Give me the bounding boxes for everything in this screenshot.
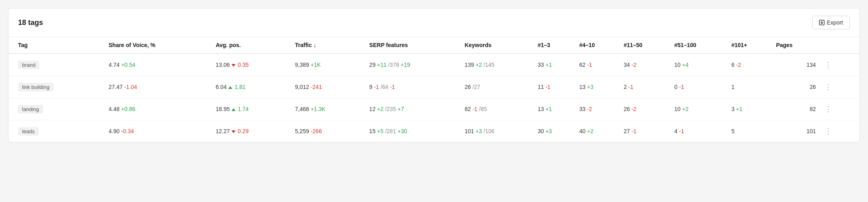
table-row: link building 27.47 -1.04 6.04 1.81 9,01… [8,76,860,98]
serp-slash: /235 [385,106,396,112]
sov-delta: -1.04 [124,84,137,90]
arrow-down-icon [231,130,235,133]
pos11-50-cell: 34 -2 [620,54,671,76]
col-pos101: #101+ [728,37,773,54]
sov-delta: +0.54 [121,62,135,68]
avg-pos-delta: 0.29 [238,128,249,134]
traffic-delta: -241 [311,84,322,90]
pos1-3-delta: -1 [545,84,550,90]
col-serp: SERP features [366,37,461,54]
pos11-50-delta: -1 [628,84,633,90]
pos51-100-delta: +2 [682,106,689,112]
tag-label: landing [18,105,43,113]
more-button[interactable]: ⋮ [822,60,834,70]
pos4-10-cell: 40 +2 [576,120,620,142]
col-avg-pos: Avg. pos. [213,37,292,54]
col-pos51-100: #51–100 [671,37,728,54]
pos51-100-cell: 10 +4 [671,54,728,76]
pos1-3-cell: 13 +1 [534,98,576,120]
kw-delta: +3 [475,128,482,134]
pos101-cell: 3 +1 [728,98,773,120]
serp-cell: 29 +11 /378 +19 [366,54,461,76]
pos51-100-delta: +4 [682,62,689,68]
traffic-cell: 9,389 +1K [292,54,366,76]
main-container: 18 tags Export Tag Share of Voice, % Avg… [8,8,860,142]
pos11-50-cell: 27 -1 [620,120,671,142]
pos11-50-delta: -2 [631,106,636,112]
pos4-10-delta: +2 [587,128,594,134]
actions-cell: ⋮ [819,120,860,142]
tag-label: leads [18,127,39,136]
pos1-3-cell: 33 +1 [534,54,576,76]
pos11-50-cell: 26 -2 [620,98,671,120]
keywords-cell: 101 +3 /106 [461,120,534,142]
pos51-100-cell: 4 -1 [671,120,728,142]
table-row: landing 4.48 +0.86 18.95 1.74 7,468 +1.3… [8,98,860,120]
pos51-100-delta: -1 [679,84,684,90]
serp-slash-delta: +30 [397,128,407,134]
actions-cell: ⋮ [819,76,860,98]
kw-slash: /145 [483,62,494,68]
sov-cell: 4.90 -0.34 [105,120,212,142]
kw-slash: /27 [473,84,480,90]
pos101-delta: -2 [736,62,741,68]
traffic-cell: 9,012 -241 [292,76,366,98]
table-header: 18 tags Export [8,8,860,37]
col-tag: Tag [8,37,105,54]
serp-slash: /378 [388,62,399,68]
pos1-3-delta: +1 [545,62,552,68]
serp-delta: +5 [377,128,383,134]
arrow-up-icon [231,108,235,111]
pos4-10-delta: -2 [587,106,592,112]
avg-pos-cell: 12.27 0.29 [213,120,292,142]
avg-pos-cell: 18.95 1.74 [213,98,292,120]
tag-label: brand [18,61,39,69]
pos11-50-delta: -1 [631,128,636,134]
pos51-100-cell: 0 -1 [671,76,728,98]
tag-label: link building [18,83,53,91]
actions-cell: ⋮ [819,54,860,76]
serp-slash: /281 [385,128,396,134]
serp-slash-delta: +19 [401,62,410,68]
avg-pos-delta: 1.81 [235,84,246,90]
pos11-50-cell: 2 -1 [620,76,671,98]
pos11-50-delta: -2 [631,62,636,68]
serp-slash: /64 [381,84,388,90]
more-button[interactable]: ⋮ [822,126,834,136]
pos4-10-delta: +3 [587,84,594,90]
pos101-cell: 1 [728,76,773,98]
more-button[interactable]: ⋮ [822,104,834,114]
avg-pos-cell: 13.06 0.35 [213,54,292,76]
pages-cell: 134 [773,54,819,76]
tag-cell: brand [8,54,105,76]
serp-delta: +2 [377,106,383,112]
tag-cell: landing [8,98,105,120]
traffic-delta: +1.3K [311,106,326,112]
table-header-row: Tag Share of Voice, % Avg. pos. Traffic … [8,37,860,54]
keywords-cell: 82 -1 /85 [461,98,534,120]
serp-delta: -1 [374,84,379,90]
export-button[interactable]: Export [812,16,850,29]
avg-pos-delta: 1.74 [238,106,249,112]
pages-cell: 26 [773,76,819,98]
serp-cell: 12 +2 /235 +7 [366,98,461,120]
table-row: brand 4.74 +0.54 13.06 0.35 9,389 +1K 29… [8,54,860,76]
avg-pos-cell: 6.04 1.81 [213,76,292,98]
tag-cell: link building [8,76,105,98]
sov-delta: -0.34 [121,128,134,134]
kw-delta: +2 [475,62,482,68]
more-button[interactable]: ⋮ [822,82,834,92]
serp-cell: 9 -1 /64 -1 [366,76,461,98]
pos1-3-delta: +1 [545,106,552,112]
kw-delta: -1 [473,106,477,112]
pos101-delta: +1 [736,106,743,112]
traffic-cell: 5,259 -266 [292,120,366,142]
avg-pos-delta: 0.35 [238,62,249,68]
page-title: 18 tags [18,19,43,27]
pos1-3-delta: +3 [545,128,552,134]
pos4-10-cell: 13 +3 [576,76,620,98]
keywords-cell: 139 +2 /145 [461,54,534,76]
col-pages: Pages [773,37,819,54]
arrow-up-icon [228,86,232,89]
col-actions [819,37,860,54]
